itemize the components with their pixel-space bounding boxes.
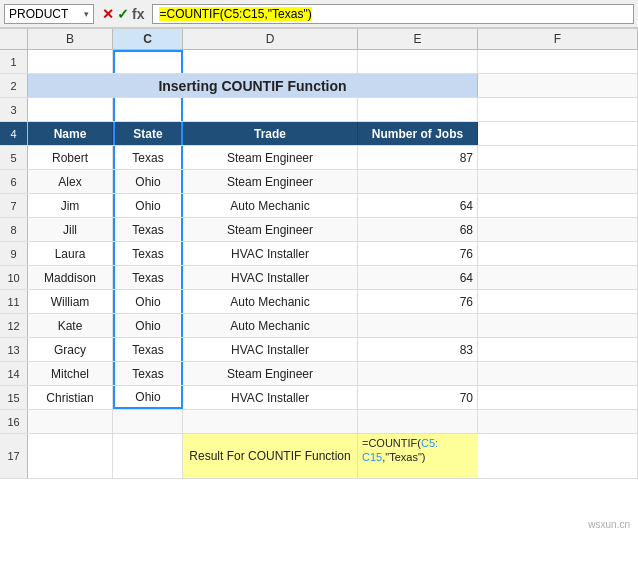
cell-c5[interactable]: Texas	[113, 146, 183, 169]
cell-f4[interactable]	[478, 122, 638, 145]
cell-b7[interactable]: Jim	[28, 194, 113, 217]
row-num-14[interactable]: 14	[0, 362, 28, 385]
cell-e12[interactable]	[358, 314, 478, 337]
cell-c14[interactable]: Texas	[113, 362, 183, 385]
cell-f7[interactable]	[478, 194, 638, 217]
cell-b16[interactable]	[28, 410, 113, 433]
cell-f1[interactable]	[478, 50, 638, 73]
cell-d7[interactable]: Auto Mechanic	[183, 194, 358, 217]
col-header-d[interactable]: D	[183, 29, 358, 49]
cell-c6[interactable]: Ohio	[113, 170, 183, 193]
cell-b11[interactable]: William	[28, 290, 113, 313]
cell-e8[interactable]: 68	[358, 218, 478, 241]
cell-c17[interactable]	[113, 434, 183, 478]
cell-e11[interactable]: 76	[358, 290, 478, 313]
row-num-12[interactable]: 12	[0, 314, 28, 337]
row-num-5[interactable]: 5	[0, 146, 28, 169]
cell-c16[interactable]	[113, 410, 183, 433]
cell-b5[interactable]: Robert	[28, 146, 113, 169]
row-num-9[interactable]: 9	[0, 242, 28, 265]
cell-b6[interactable]: Alex	[28, 170, 113, 193]
cancel-icon[interactable]: ✕	[102, 6, 114, 22]
fx-icon[interactable]: fx	[132, 6, 144, 22]
cell-c1[interactable]	[113, 50, 183, 73]
name-box[interactable]: PRODUCT ▾	[4, 4, 94, 24]
cell-d12[interactable]: Auto Mechanic	[183, 314, 358, 337]
cell-c13[interactable]: Texas	[113, 338, 183, 361]
confirm-icon[interactable]: ✓	[117, 6, 129, 22]
cell-f10[interactable]	[478, 266, 638, 289]
cell-f5[interactable]	[478, 146, 638, 169]
cell-f3[interactable]	[478, 98, 638, 121]
cell-f15[interactable]	[478, 386, 638, 409]
cell-f12[interactable]	[478, 314, 638, 337]
col-header-rest[interactable]: F	[478, 29, 638, 49]
row-num-11[interactable]: 11	[0, 290, 28, 313]
cell-b9[interactable]: Laura	[28, 242, 113, 265]
cell-c9[interactable]: Texas	[113, 242, 183, 265]
cell-f13[interactable]	[478, 338, 638, 361]
cell-d1[interactable]	[183, 50, 358, 73]
col-header-e[interactable]: E	[358, 29, 478, 49]
cell-d5[interactable]: Steam Engineer	[183, 146, 358, 169]
cell-d8[interactable]: Steam Engineer	[183, 218, 358, 241]
cell-e9[interactable]: 76	[358, 242, 478, 265]
cell-f14[interactable]	[478, 362, 638, 385]
row-num-6[interactable]: 6	[0, 170, 28, 193]
cell-d16[interactable]	[183, 410, 358, 433]
col-header-c[interactable]: C	[113, 29, 183, 49]
cell-e7[interactable]: 64	[358, 194, 478, 217]
cell-f9[interactable]	[478, 242, 638, 265]
cell-d10[interactable]: HVAC Installer	[183, 266, 358, 289]
cell-c10[interactable]: Texas	[113, 266, 183, 289]
row-num-8[interactable]: 8	[0, 218, 28, 241]
cell-e5[interactable]: 87	[358, 146, 478, 169]
row-num-7[interactable]: 7	[0, 194, 28, 217]
cell-b15[interactable]: Christian	[28, 386, 113, 409]
cell-b10[interactable]: Maddison	[28, 266, 113, 289]
cell-b12[interactable]: Kate	[28, 314, 113, 337]
cell-c12[interactable]: Ohio	[113, 314, 183, 337]
cell-c15[interactable]: Ohio	[113, 386, 183, 409]
row-num-3[interactable]: 3	[0, 98, 28, 121]
row-num-16[interactable]: 16	[0, 410, 28, 433]
row-num-15[interactable]: 15	[0, 386, 28, 409]
cell-f2[interactable]	[478, 74, 638, 97]
row-num-17[interactable]: 17	[0, 434, 28, 478]
cell-c8[interactable]: Texas	[113, 218, 183, 241]
cell-c7[interactable]: Ohio	[113, 194, 183, 217]
cell-f11[interactable]	[478, 290, 638, 313]
cell-e13[interactable]: 83	[358, 338, 478, 361]
cell-e15[interactable]: 70	[358, 386, 478, 409]
cell-c11[interactable]: Ohio	[113, 290, 183, 313]
cell-d13[interactable]: HVAC Installer	[183, 338, 358, 361]
row-num-13[interactable]: 13	[0, 338, 28, 361]
cell-e16[interactable]	[358, 410, 478, 433]
cell-d9[interactable]: HVAC Installer	[183, 242, 358, 265]
cell-b1[interactable]	[28, 50, 113, 73]
formula-input[interactable]: =COUNTIF(C5:C15,"Texas")	[152, 4, 634, 24]
row-num-4[interactable]: 4	[0, 122, 28, 145]
cell-d3[interactable]	[183, 98, 358, 121]
cell-e6[interactable]	[358, 170, 478, 193]
cell-f6[interactable]	[478, 170, 638, 193]
cell-f8[interactable]	[478, 218, 638, 241]
cell-d6[interactable]: Steam Engineer	[183, 170, 358, 193]
cell-e10[interactable]: 64	[358, 266, 478, 289]
cell-b3[interactable]	[28, 98, 113, 121]
cell-e1[interactable]	[358, 50, 478, 73]
cell-b13[interactable]: Gracy	[28, 338, 113, 361]
cell-f17[interactable]	[478, 434, 638, 478]
cell-d14[interactable]: Steam Engineer	[183, 362, 358, 385]
cell-d11[interactable]: Auto Mechanic	[183, 290, 358, 313]
formula-result-cell[interactable]: =COUNTIF(C5: C15,"Texas")	[358, 434, 478, 478]
cell-c3[interactable]	[113, 98, 183, 121]
row-num-2[interactable]: 2	[0, 74, 28, 97]
cell-e14[interactable]	[358, 362, 478, 385]
row-num-1[interactable]: 1	[0, 50, 28, 73]
col-header-b[interactable]: B	[28, 29, 113, 49]
cell-e3[interactable]	[358, 98, 478, 121]
cell-b17[interactable]	[28, 434, 113, 478]
cell-d15[interactable]: HVAC Installer	[183, 386, 358, 409]
cell-b14[interactable]: Mitchel	[28, 362, 113, 385]
